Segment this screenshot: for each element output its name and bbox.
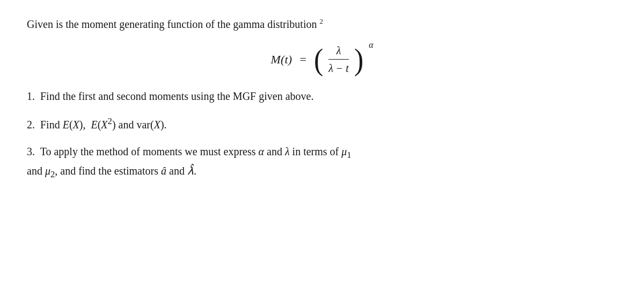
formula-inner: M(t) = ( λ λ − t ) α [270, 43, 373, 76]
question-1-block: 1. Find the first and second moments usi… [27, 88, 617, 105]
question-2-block: 2. Find E(X), E(X2) and var(X). [27, 114, 617, 133]
question-3-text-line2: and μ2, and find the estimators â and λ̂… [27, 162, 617, 182]
fraction: λ λ − t [328, 43, 349, 76]
q2-ex2: E [91, 119, 97, 131]
q2-ex: E [63, 119, 69, 131]
question-3-text: 3. To apply the method of moments we mus… [27, 143, 617, 163]
fraction-denominator: λ − t [328, 60, 349, 76]
left-paren: ( [314, 44, 323, 75]
question-2-text: 2. Find E(X), E(X2) and var(X). [27, 114, 617, 133]
question-3-block: 3. To apply the method of moments we mus… [27, 143, 617, 182]
q2-number: 2. [27, 119, 35, 131]
formula-block: M(t) = ( λ λ − t ) α [27, 43, 617, 76]
right-paren: ) [354, 44, 363, 75]
intro-text: Given is the moment generating function … [27, 18, 317, 30]
fraction-numerator: λ [336, 43, 341, 59]
question-1-text: 1. Find the first and second moments usi… [27, 88, 617, 105]
q3-number: 3. [27, 146, 35, 157]
superscript-2: 2 [319, 17, 323, 25]
q2-varx: var(X). [136, 119, 166, 131]
q1-number: 1. [27, 90, 35, 102]
q2-and: and [119, 119, 137, 131]
intro-line: Given is the moment generating function … [27, 16, 617, 32]
equals-sign: = [299, 53, 306, 67]
formula-lhs: M(t) [270, 53, 292, 67]
page-container: Given is the moment generating function … [0, 0, 644, 282]
